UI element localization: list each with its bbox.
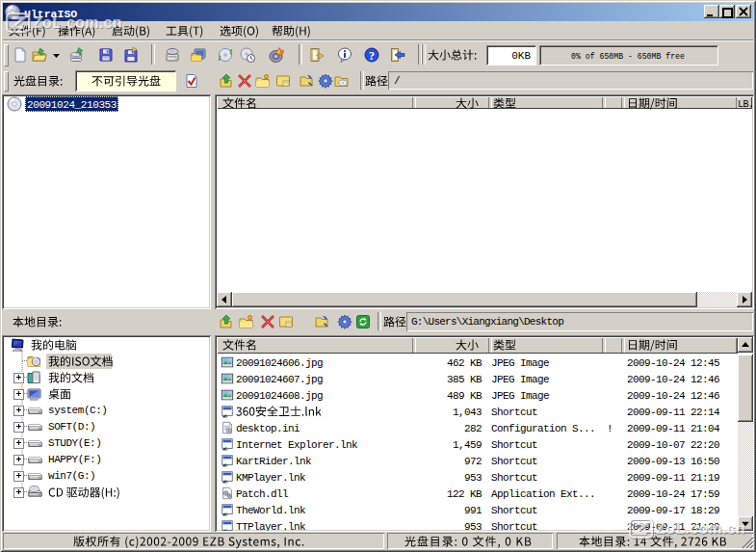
- svg-text:?: ?: [369, 49, 375, 63]
- svg-text:ZoL.com.cn: ZoL.com.cn: [656, 520, 745, 537]
- svg-text:ZoL.com.cn: ZoL.com.cn: [33, 14, 122, 31]
